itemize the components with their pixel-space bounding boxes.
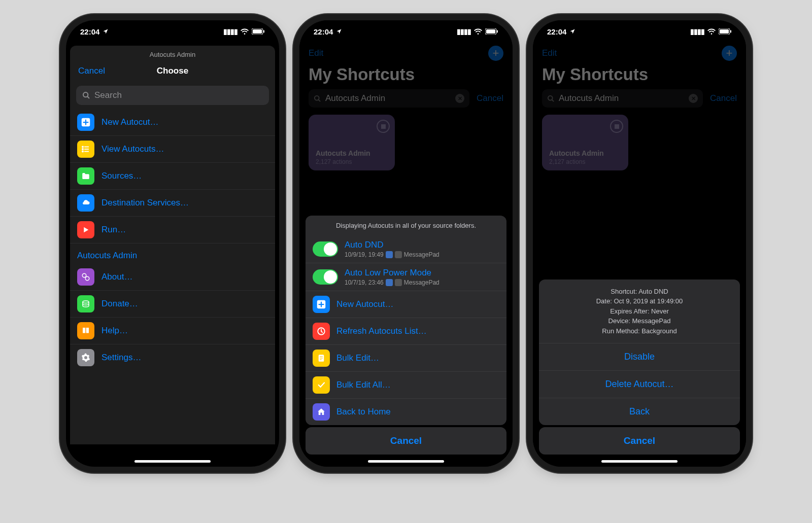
screen: Edit + My Shortcuts Autocuts Admin ✕ Can…: [299, 20, 513, 467]
row-refresh[interactable]: Refresh Autocuts List…: [306, 318, 506, 345]
play-icon: [77, 221, 94, 238]
row-bulk-edit-all[interactable]: Bulk Edit All…: [306, 372, 506, 399]
home-icon: [313, 403, 330, 421]
search-input[interactable]: Autocuts Admin ✕: [542, 89, 703, 108]
clear-icon[interactable]: ✕: [455, 94, 464, 103]
cancel-button[interactable]: Cancel: [306, 427, 506, 455]
search-cancel[interactable]: Cancel: [710, 93, 737, 103]
edit-button[interactable]: Edit: [309, 48, 323, 58]
header: Edit +: [299, 43, 513, 64]
signal-icon: ▮▮▮▮: [457, 27, 471, 36]
row-bulk-edit[interactable]: Bulk Edit…: [306, 345, 506, 372]
book-icon: [77, 322, 94, 339]
status-time: 22:04: [314, 27, 333, 36]
refresh-icon: [313, 323, 330, 340]
svg-point-13: [85, 276, 89, 281]
row-label: Settings…: [101, 353, 141, 363]
search-cancel[interactable]: Cancel: [477, 93, 503, 103]
home-indicator[interactable]: [134, 460, 211, 463]
row-settings[interactable]: Settings…: [70, 344, 275, 371]
battery-icon: [485, 28, 498, 34]
screen: Autocuts Admin Cancel Choose Search New …: [66, 20, 279, 467]
cancel-button[interactable]: Cancel: [539, 427, 740, 455]
battery-icon: [252, 28, 265, 34]
sync-icon: [386, 279, 393, 286]
page-title: My Shortcuts: [533, 64, 746, 89]
section-header: Autocuts Admin: [70, 243, 275, 264]
card-title: Autocuts Admin: [549, 149, 604, 157]
folder-icon: [77, 167, 94, 185]
shortcut-card[interactable]: Autocuts Admin 2,127 actions: [542, 115, 628, 170]
row-help[interactable]: Help…: [70, 318, 275, 344]
search-icon: [547, 95, 555, 102]
row-label: Bulk Edit…: [336, 353, 379, 363]
toggle-switch[interactable]: [313, 269, 338, 285]
stop-icon[interactable]: [610, 120, 623, 133]
item-subtitle: 10/7/19, 23:46 MessagePad: [345, 279, 439, 286]
row-label: Bulk Edit All…: [336, 380, 391, 390]
card-title: Autocuts Admin: [316, 149, 370, 157]
edit-button[interactable]: Edit: [542, 48, 557, 58]
row-view-autocuts[interactable]: View Autocuts…: [70, 136, 275, 163]
row-destination[interactable]: Destination Services…: [70, 190, 275, 217]
row-about[interactable]: About…: [70, 264, 275, 291]
info-expires: Expires After: Never: [546, 306, 733, 317]
row-label: Refresh Autocuts List…: [336, 326, 427, 336]
item-title: Auto DND: [345, 240, 439, 250]
nav-bar: Cancel Choose: [70, 60, 275, 82]
phone-frame-1: 22:04 ▮▮▮▮ Autocuts Admin Cancel Choose …: [66, 20, 279, 467]
item-title: Auto Low Power Mode: [345, 268, 439, 278]
clear-icon[interactable]: ✕: [689, 94, 698, 103]
nav-title: Choose: [157, 66, 188, 76]
plus-icon: [77, 114, 94, 131]
battery-icon: [719, 28, 732, 34]
toggle-switch[interactable]: [313, 241, 338, 257]
plus-icon: [313, 296, 330, 313]
svg-rect-27: [720, 29, 729, 33]
svg-rect-17: [497, 30, 498, 33]
add-button[interactable]: +: [722, 46, 737, 61]
header: Edit +: [533, 43, 746, 64]
action-panel: Displaying Autocuts in all of your sourc…: [306, 216, 506, 425]
row-back-home[interactable]: Back to Home: [306, 399, 506, 425]
search-wrap: Autocuts Admin ✕ Cancel: [299, 89, 513, 115]
home-indicator[interactable]: [601, 460, 678, 463]
search-input[interactable]: Autocuts Admin ✕: [309, 89, 469, 108]
svg-point-12: [82, 273, 86, 277]
wifi-icon: [241, 28, 249, 34]
add-button[interactable]: +: [488, 46, 503, 61]
row-label: View Autocuts…: [101, 144, 164, 154]
disable-button[interactable]: Disable: [539, 343, 740, 371]
stop-icon[interactable]: [377, 120, 390, 133]
row-auto-dnd[interactable]: Auto DND 10/9/19, 19:49 MessagePad: [306, 235, 506, 263]
row-new-autocut[interactable]: New Autocut…: [306, 291, 506, 318]
note-icon: [313, 350, 330, 367]
svg-rect-1: [253, 29, 262, 33]
coins-icon: [77, 295, 94, 312]
info-device: Device: MessagePad: [546, 316, 733, 326]
row-sources[interactable]: Sources…: [70, 163, 275, 190]
row-new-autocut[interactable]: New Autocut…: [70, 109, 275, 136]
row-label: Back to Home: [336, 407, 391, 417]
status-bar: 22:04 ▮▮▮▮: [299, 25, 513, 38]
card-subtitle: 2,127 actions: [316, 158, 352, 165]
shortcut-card[interactable]: Autocuts Admin 2,127 actions: [309, 115, 395, 170]
svg-point-9: [82, 146, 83, 147]
location-icon: [336, 28, 342, 34]
row-run[interactable]: Run…: [70, 217, 275, 243]
row-label: Sources…: [101, 171, 142, 181]
search-placeholder: Search: [94, 90, 122, 100]
search-input[interactable]: Search: [76, 86, 269, 105]
item-subtitle: 10/9/19, 19:49 MessagePad: [345, 251, 439, 258]
row-label: Donate…: [101, 299, 138, 309]
cancel-button[interactable]: Cancel: [78, 66, 105, 76]
row-label: Help…: [101, 326, 128, 336]
back-button[interactable]: Back: [539, 398, 740, 425]
row-donate[interactable]: Donate…: [70, 291, 275, 318]
svg-point-11: [82, 151, 83, 152]
list-icon: [77, 141, 94, 158]
home-indicator[interactable]: [368, 460, 444, 463]
delete-button[interactable]: Delete Autocut…: [539, 371, 740, 398]
check-icon: [313, 376, 330, 394]
row-auto-lpm[interactable]: Auto Low Power Mode 10/7/19, 23:46 Messa…: [306, 263, 506, 291]
